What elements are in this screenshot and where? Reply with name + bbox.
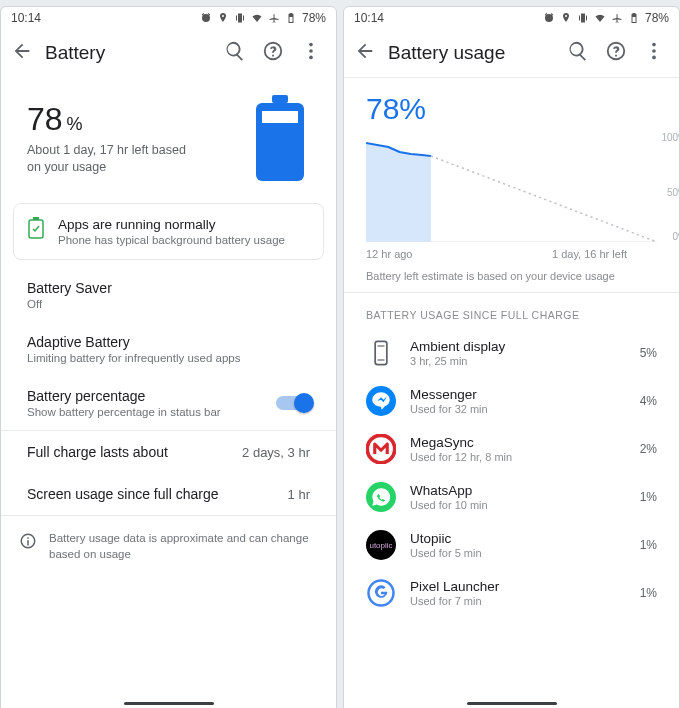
app-usage-time: Used for 5 min — [410, 547, 626, 559]
location-icon — [560, 12, 572, 24]
search-icon — [224, 40, 246, 62]
battery-graph[interactable]: 78% 100% 50% 0% 12 hr ago 1 day, 16 hr l… — [344, 78, 679, 292]
y-tick-50: 50% — [667, 187, 680, 198]
page-title: Battery usage — [388, 42, 567, 64]
status-battery-pct: 78% — [645, 11, 669, 25]
status-time: 10:14 — [11, 11, 41, 25]
help-button[interactable] — [262, 40, 284, 66]
app-icon — [366, 386, 396, 416]
wifi-icon — [251, 12, 263, 24]
svg-rect-3 — [272, 95, 288, 103]
graph-note: Battery left estimate is based on your d… — [366, 270, 657, 282]
app-name: WhatsApp — [410, 483, 626, 498]
app-usage-item[interactable]: Pixel LauncherUsed for 7 min1% — [344, 569, 679, 617]
app-usage-time: 3 hr, 25 min — [410, 355, 626, 367]
app-usage-pct: 1% — [640, 490, 657, 504]
home-indicator[interactable] — [124, 702, 214, 705]
app-icon: utopiic — [366, 530, 396, 560]
status-bar: 10:14 78% — [344, 7, 679, 29]
battery-screen: 10:14 78% Battery — [0, 6, 337, 708]
app-usage-time: Used for 32 min — [410, 403, 626, 415]
app-usage-item[interactable]: utopiicUtopiicUsed for 5 min1% — [344, 521, 679, 569]
battery-percentage-item[interactable]: Battery percentage Show battery percenta… — [1, 376, 336, 430]
vibrate-icon — [234, 12, 246, 24]
app-usage-pct: 1% — [640, 538, 657, 552]
battery-hero: 78% About 1 day, 17 hr left based on you… — [1, 77, 336, 195]
apps-status-card[interactable]: Apps are running normally Phone has typi… — [13, 203, 324, 260]
status-card-title: Apps are running normally — [58, 217, 285, 232]
alarm-icon — [543, 12, 555, 24]
help-icon — [262, 40, 284, 62]
battery-saver-item[interactable]: Battery Saver Off — [1, 268, 336, 322]
usage-section-title: Battery usage since full charge — [344, 293, 679, 329]
adaptive-battery-item[interactable]: Adaptive Battery Limiting battery for in… — [1, 322, 336, 376]
location-icon — [217, 12, 229, 24]
footer-note: Battery usage data is approximate and ca… — [1, 516, 336, 576]
home-indicator[interactable] — [467, 702, 557, 705]
back-arrow-icon — [354, 40, 376, 62]
info-icon — [19, 532, 37, 550]
help-button[interactable] — [605, 40, 627, 66]
battery-status-icon — [285, 12, 297, 24]
graph-percentage: 78% — [366, 92, 657, 126]
app-name: Pixel Launcher — [410, 579, 626, 594]
app-usage-item[interactable]: Ambient display3 hr, 25 min5% — [344, 329, 679, 377]
app-icon — [366, 578, 396, 608]
svg-point-8 — [652, 43, 656, 47]
x-axis: 12 hr ago 1 day, 16 hr left — [366, 248, 657, 260]
app-icon — [366, 434, 396, 464]
svg-point-1 — [309, 49, 313, 53]
app-usage-pct: 4% — [640, 394, 657, 408]
svg-rect-5 — [262, 111, 298, 123]
status-bar: 10:14 78% — [1, 7, 336, 29]
status-battery-pct: 78% — [302, 11, 326, 25]
hero-percentage: 78% — [27, 101, 250, 138]
status-time: 10:14 — [354, 11, 384, 25]
svg-point-2 — [309, 56, 313, 60]
vibrate-icon — [577, 12, 589, 24]
app-usage-item[interactable]: MegaSyncUsed for 12 hr, 8 min2% — [344, 425, 679, 473]
more-vert-icon — [300, 40, 322, 62]
back-button[interactable] — [354, 40, 376, 66]
top-app-bar: Battery usage — [344, 29, 679, 77]
app-usage-time: Used for 12 hr, 8 min — [410, 451, 626, 463]
y-tick-0: 0% — [673, 231, 680, 242]
app-usage-pct: 2% — [640, 442, 657, 456]
more-vert-icon — [643, 40, 665, 62]
app-usage-pct: 5% — [640, 346, 657, 360]
app-icon — [366, 482, 396, 512]
back-arrow-icon — [11, 40, 33, 62]
app-name: MegaSync — [410, 435, 626, 450]
battery-status-icon — [628, 12, 640, 24]
search-button[interactable] — [224, 40, 246, 66]
app-icon — [366, 338, 396, 368]
svg-point-0 — [309, 43, 313, 47]
wifi-icon — [594, 12, 606, 24]
battery-usage-screen: 10:14 78% Battery usage — [343, 6, 680, 708]
app-usage-item[interactable]: MessengerUsed for 32 min4% — [344, 377, 679, 425]
battery-large-icon — [250, 95, 310, 181]
search-button[interactable] — [567, 40, 589, 66]
status-card-sub: Phone has typical background battery usa… — [58, 234, 285, 246]
app-name: Utopiic — [410, 531, 626, 546]
battery-chart: 100% 50% 0% — [366, 132, 657, 242]
search-icon — [567, 40, 589, 62]
app-usage-time: Used for 7 min — [410, 595, 626, 607]
airplane-icon — [268, 12, 280, 24]
y-tick-100: 100% — [661, 132, 680, 143]
app-usage-pct: 1% — [640, 586, 657, 600]
overflow-button[interactable] — [643, 40, 665, 66]
hero-sub: About 1 day, 17 hr left based on your us… — [27, 142, 197, 176]
screen-usage-row[interactable]: Screen usage since full charge 1 hr — [1, 473, 336, 515]
svg-point-10 — [652, 56, 656, 60]
full-charge-row[interactable]: Full charge lasts about 2 days, 3 hr — [1, 431, 336, 473]
help-icon — [605, 40, 627, 62]
status-icons: 78% — [543, 11, 669, 25]
app-usage-item[interactable]: WhatsAppUsed for 10 min1% — [344, 473, 679, 521]
battery-percentage-toggle[interactable] — [276, 396, 310, 410]
page-title: Battery — [45, 42, 224, 64]
app-name: Ambient display — [410, 339, 626, 354]
svg-rect-12 — [375, 341, 387, 364]
overflow-button[interactable] — [300, 40, 322, 66]
back-button[interactable] — [11, 40, 33, 66]
